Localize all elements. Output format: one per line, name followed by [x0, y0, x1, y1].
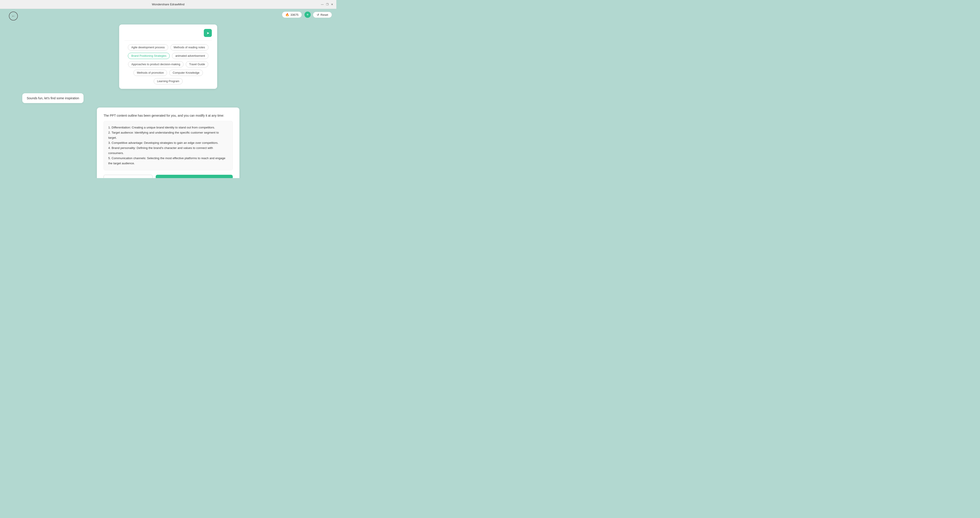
topic-chip[interactable]: Learning Program — [154, 78, 183, 84]
topic-chip[interactable]: Methods of promotion — [134, 70, 167, 76]
ppt-card: The PPT content outline has been generat… — [97, 108, 239, 178]
add-credits-button[interactable]: + — [304, 11, 311, 18]
title-bar: Wondershare EdrawMind — ❐ ✕ — [0, 0, 336, 9]
topic-chips: Agile development processMethods of read… — [124, 44, 212, 84]
generate-ppt-button[interactable]: Generate PPT ↵ — [156, 175, 233, 178]
close-button[interactable]: ✕ — [331, 3, 334, 6]
ppt-content-box[interactable]: 1. Differentiation: Creating a unique br… — [103, 121, 233, 170]
maximize-button[interactable]: ❐ — [326, 3, 329, 6]
generate-ppt-label: Generate PPT — [184, 178, 204, 178]
back-button[interactable]: ← — [9, 11, 18, 21]
topic-card: ➤ Agile development processMethods of re… — [119, 24, 217, 89]
topic-chip[interactable]: Methods of reading notes — [170, 44, 208, 51]
reset-button[interactable]: ↺ Reset — [313, 12, 332, 18]
window-controls: — ❐ ✕ — [321, 3, 334, 6]
ppt-content-line: 3. Competitive advantage: Developing str… — [108, 140, 228, 146]
topic-chip[interactable]: animated advertisement — [172, 53, 208, 59]
ppt-content-line: 5. Communication channels: Selecting the… — [108, 156, 228, 166]
app-title: Wondershare EdrawMind — [152, 3, 185, 6]
credits-badge[interactable]: 🔥 33675 — [282, 11, 302, 18]
sounds-fun-text: Sounds fun, let's find some inspiration — [27, 96, 79, 100]
minimize-button[interactable]: — — [321, 3, 324, 6]
reset-label: Reset — [320, 13, 328, 16]
ppt-content-line: 2. Target audience: Identifying and unde… — [108, 130, 228, 140]
credits-value: 33675 — [290, 13, 299, 16]
credits-icon: 🔥 — [285, 13, 289, 16]
sounds-fun-bubble: Sounds fun, let's find some inspiration — [22, 93, 84, 103]
reset-icon: ↺ — [317, 13, 319, 16]
topic-chip[interactable]: Approaches to product decision-making — [128, 61, 184, 67]
main-content: ➤ Agile development processMethods of re… — [0, 22, 336, 178]
ppt-card-title: The PPT content outline has been generat… — [103, 114, 233, 117]
regenerate-button[interactable]: Regenerate — [103, 175, 153, 178]
topic-chip[interactable]: Agile development process — [128, 44, 168, 51]
ppt-content-line: 4. Brand personality: Defining the brand… — [108, 146, 228, 156]
back-icon: ← — [11, 14, 15, 19]
topic-input[interactable] — [124, 31, 202, 35]
topic-chip[interactable]: Brand Positioning Strategies — [128, 53, 170, 59]
topic-chip[interactable]: Computer Knowledge — [169, 70, 203, 76]
top-right-controls: 🔥 33675 + ↺ Reset — [282, 11, 332, 18]
send-button[interactable]: ➤ — [204, 29, 212, 37]
ppt-actions: Regenerate Generate PPT ↵ — [103, 175, 233, 178]
topic-input-row: ➤ — [124, 29, 212, 37]
ppt-content-line: 1. Differentiation: Creating a unique br… — [108, 125, 228, 130]
send-icon: ➤ — [207, 31, 209, 35]
topic-chip[interactable]: Travel Guide — [186, 61, 208, 67]
